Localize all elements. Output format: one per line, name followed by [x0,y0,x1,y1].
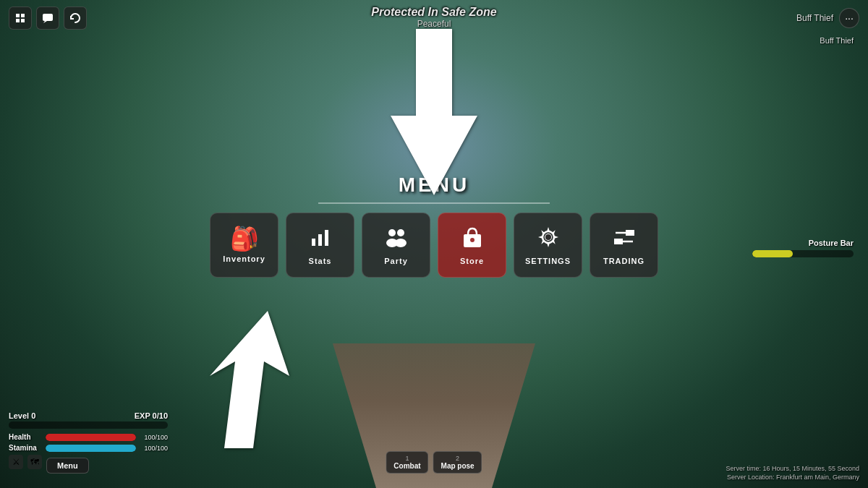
health-bar-label: Health [9,433,41,441]
health-bar-track [46,434,136,441]
safe-zone-subtitle: Peaceful [371,19,496,29]
menu-title: MENU [399,174,469,197]
menu-buttons: 🎒 Inventory Stats [210,213,658,278]
menu-btn-store[interactable]: Store [438,213,506,278]
hotbar-slot-1[interactable]: 1 Combat [386,451,428,474]
hud-bottom-left: Level 0 EXP 0/10 Health 100/100 Stamina … [9,411,168,474]
store-icon [461,226,484,252]
hud-icons-row: ⚔ 🗺 Menu [9,455,168,474]
top-left-icons [9,7,87,30]
stamina-value: 100/100 [140,445,168,452]
svg-rect-0 [16,14,20,17]
chat-icon-btn[interactable] [36,7,59,30]
menu-btn-stats[interactable]: Stats [286,213,354,278]
stats-icon [309,226,332,252]
stats-label: Stats [309,257,332,265]
svg-marker-5 [43,21,47,23]
settings-label: SETTINGS [525,257,571,265]
hotbar-slot-2-name: Map pose [441,462,475,470]
server-location: Server Location: Frankfurt am Main, Germ… [726,473,859,482]
svg-rect-1 [21,14,25,17]
menu-btn-settings[interactable]: SETTINGS [514,213,582,278]
party-label: Party [384,257,408,265]
health-value: 100/100 [140,434,168,441]
settings-icon [537,226,560,252]
refresh-icon-btn[interactable] [64,7,87,30]
menu-divider [318,202,550,204]
home-icon-btn[interactable] [9,7,32,30]
exp-label: EXP 0/10 [135,411,168,420]
svg-point-15 [470,238,475,242]
hotbar-slot-1-name: Combat [393,462,420,470]
stamina-bar-track [46,445,136,452]
svg-rect-2 [16,19,20,22]
buff-label: Buff Thief [820,36,854,45]
level-label: Level 0 [9,411,35,420]
hud-icon-2[interactable]: 🗺 [27,455,42,469]
server-time: Server time: 16 Hours, 15 Minutes, 55 Se… [726,464,859,474]
stamina-bar-fill [46,445,136,452]
server-info: Server time: 16 Hours, 15 Minutes, 55 Se… [726,464,859,482]
posture-track [752,250,854,257]
hotbar: 1 Combat 2 Map pose [386,451,482,474]
top-bar: Protected In Safe Zone Peaceful Buff Thi… [0,0,868,36]
menu-container: MENU 🎒 Inventory Stats [210,174,658,278]
safe-zone-title: Protected In Safe Zone [371,6,496,19]
inventory-icon: 🎒 [230,227,259,250]
posture-label: Posture Bar [809,239,854,247]
stamina-bar-row: Stamina 100/100 [9,444,168,452]
menu-btn-inventory[interactable]: 🎒 Inventory [210,213,278,278]
health-bar-fill [46,434,136,441]
svg-point-10 [388,229,396,236]
more-options-btn[interactable]: ··· [839,8,859,28]
svg-rect-7 [312,239,315,246]
svg-rect-4 [43,14,53,21]
trading-icon [613,226,636,252]
trading-label: TRADING [603,257,644,265]
hud-icon-1[interactable]: ⚔ [9,455,23,469]
hud-level-row: Level 0 EXP 0/10 [9,411,168,420]
svg-point-11 [397,229,404,236]
store-label: Store [460,257,484,265]
svg-point-13 [395,239,407,247]
svg-point-18 [545,234,551,240]
svg-rect-8 [318,234,322,246]
exp-bar-track [9,421,168,429]
svg-rect-3 [21,19,25,22]
posture-bar-container: Posture Bar [752,239,854,257]
safe-zone-header: Protected In Safe Zone Peaceful [371,6,496,29]
hotbar-slot-2-num: 2 [441,455,475,462]
menu-bottom-btn[interactable]: Menu [46,458,89,474]
menu-btn-party[interactable]: Party [362,213,430,278]
hotbar-slot-1-num: 1 [393,455,420,462]
posture-fill [752,250,793,257]
hotbar-slot-2[interactable]: 2 Map pose [433,451,482,474]
svg-rect-9 [325,230,328,246]
menu-btn-trading[interactable]: TRADING [590,213,658,278]
stamina-bar-label: Stamina [9,444,41,452]
buff-label-top: Buff Thief [796,13,833,23]
health-bar-row: Health 100/100 [9,433,168,441]
inventory-label: Inventory [223,254,265,263]
party-icon [385,226,408,252]
